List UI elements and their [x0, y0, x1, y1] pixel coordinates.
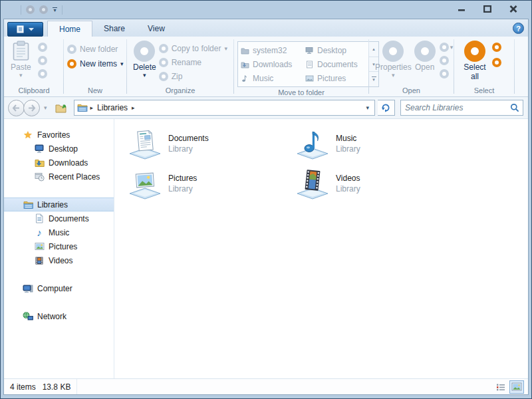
ribbon-tab-row: Home Share View ?: [4, 19, 528, 37]
back-button[interactable]: [8, 100, 25, 116]
network-icon: [23, 311, 33, 322]
address-dropdown-button[interactable]: ▾: [363, 104, 372, 111]
large-icons-view-button[interactable]: [509, 380, 524, 394]
libraries-icon: [23, 200, 33, 210]
history-button[interactable]: [440, 56, 449, 65]
gallery-item-label: Documents: [317, 60, 358, 69]
recent-places-icon: [34, 172, 45, 182]
explorer-window: ▾: [0, 0, 532, 399]
pictures-library-icon: [128, 166, 162, 201]
open-label: Open: [415, 63, 434, 72]
select-all-button[interactable]: Select all: [458, 39, 492, 81]
sidebar-item-videos[interactable]: Videos: [4, 253, 114, 267]
sidebar-item-label: Computer: [37, 284, 72, 293]
gallery-item-system32[interactable]: system32: [241, 43, 305, 57]
delete-button[interactable]: Delete ▾: [130, 39, 159, 78]
search-button[interactable]: [507, 103, 523, 112]
properties-button[interactable]: Properties ▾: [372, 39, 414, 78]
copy-to-folder-button[interactable]: Copy to folder ▾: [159, 42, 227, 55]
close-button[interactable]: [506, 3, 521, 14]
sidebar-item-desktop[interactable]: Desktop: [4, 142, 114, 156]
invert-selection-button[interactable]: [492, 58, 501, 67]
new-items-icon: [67, 59, 76, 68]
recent-locations-button[interactable]: ▾: [44, 104, 47, 111]
ribbon-group-select: Select all Select: [455, 38, 513, 96]
total-size: 13.8 KB: [43, 382, 71, 392]
sidebar-item-music[interactable]: ♪ Music: [4, 225, 114, 239]
search-input[interactable]: [401, 103, 507, 112]
group-separator: [514, 39, 515, 94]
new-items-button[interactable]: New items ▾: [67, 57, 124, 70]
download-folder-icon: [241, 61, 249, 68]
separator: [21, 5, 21, 15]
copy-path-button[interactable]: [38, 69, 47, 78]
sidebar-item-label: Favorites: [37, 130, 70, 140]
library-item-pictures[interactable]: Pictures Library: [128, 166, 295, 201]
forward-arrow-icon: [27, 104, 36, 112]
select-all-label: Select all: [460, 63, 489, 81]
documents-library-icon: [128, 126, 162, 161]
open-extra-button[interactable]: [440, 69, 449, 78]
paste-button[interactable]: Paste ▾: [8, 39, 34, 78]
gallery-item-label: Desktop: [317, 46, 346, 55]
sidebar-item-computer[interactable]: Computer: [4, 281, 114, 295]
library-item-videos[interactable]: Videos Library: [295, 166, 463, 201]
chevron-down-icon: ▾: [392, 72, 395, 78]
refresh-button[interactable]: [378, 100, 395, 116]
rename-button[interactable]: Rename: [159, 56, 227, 68]
minimize-button[interactable]: [454, 3, 469, 14]
sidebar-item-recent-places[interactable]: Recent Places: [4, 170, 114, 184]
sidebar-gap: [4, 184, 114, 198]
zip-label: Zip: [172, 72, 183, 81]
up-one-level-button[interactable]: [53, 100, 69, 116]
new-folder-label: New folder: [80, 45, 118, 54]
music-note-icon: [241, 74, 249, 82]
sidebar-item-libraries[interactable]: Libraries: [4, 198, 114, 211]
search-box: [400, 100, 523, 116]
file-menu-button[interactable]: [7, 22, 43, 37]
sidebar-gap: [4, 267, 114, 281]
tab-home[interactable]: Home: [47, 21, 92, 37]
library-item-documents[interactable]: Documents Library: [128, 126, 295, 161]
gallery-item-documents[interactable]: Documents: [305, 57, 368, 71]
zip-button[interactable]: Zip: [159, 70, 227, 82]
details-view-button[interactable]: [493, 380, 508, 394]
gallery-item-music[interactable]: Music: [241, 71, 305, 85]
sidebar-item-network[interactable]: Network: [4, 309, 114, 323]
qat-customize-button[interactable]: ▾: [53, 7, 57, 12]
tab-share[interactable]: Share: [92, 21, 136, 37]
group-label-organize: Organize: [130, 85, 230, 96]
close-icon: [509, 5, 517, 13]
breadcrumb-libraries[interactable]: Libraries: [96, 103, 129, 112]
qat-button-2[interactable]: [39, 5, 48, 14]
sidebar-item-favorites[interactable]: ★ Favorites: [4, 128, 114, 142]
gallery-item-pictures[interactable]: Pictures: [305, 71, 368, 85]
new-folder-button[interactable]: New folder: [67, 43, 118, 55]
tab-view[interactable]: View: [136, 21, 176, 37]
address-bar[interactable]: ▸ Libraries ▸ ▾: [74, 100, 375, 116]
status-bar: 4 items 13.8 KB: [4, 378, 528, 394]
select-none-button[interactable]: [492, 43, 501, 52]
qat-button-1[interactable]: [26, 5, 35, 14]
forward-button[interactable]: [23, 100, 40, 116]
help-button[interactable]: ?: [513, 23, 524, 34]
copy-button[interactable]: [38, 56, 47, 65]
sidebar-item-downloads[interactable]: Downloads: [4, 156, 114, 170]
sidebar-item-pictures[interactable]: Pictures: [4, 239, 114, 253]
rename-label: Rename: [172, 58, 201, 67]
group-separator: [233, 39, 234, 94]
library-item-music[interactable]: Music Library: [295, 126, 463, 161]
edit-button[interactable]: [440, 43, 449, 52]
sidebar-item-documents[interactable]: Documents: [4, 211, 114, 225]
file-list-area[interactable]: Documents Library: [114, 119, 528, 378]
ribbon-group-move-to-folder: system32 Desktop Downloads: [235, 38, 368, 96]
chevron-down-icon: ▾: [143, 72, 146, 78]
gallery-item-desktop[interactable]: Desktop: [305, 43, 368, 57]
music-note-icon: ♪: [34, 227, 45, 238]
cut-button[interactable]: [38, 43, 47, 52]
maximize-button[interactable]: [480, 3, 495, 14]
open-button[interactable]: Open: [414, 39, 438, 72]
chevron-down-icon: ▾: [450, 45, 454, 50]
gallery-item-downloads[interactable]: Downloads: [241, 57, 305, 71]
gallery-item-label: Downloads: [253, 60, 292, 69]
